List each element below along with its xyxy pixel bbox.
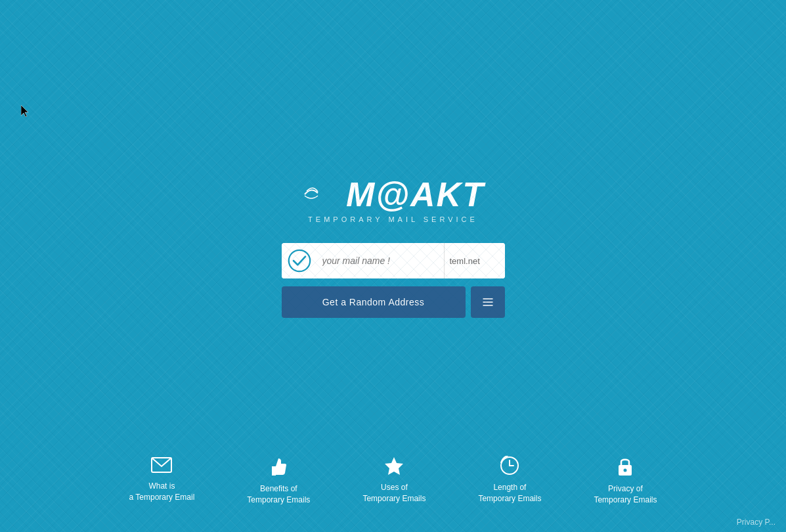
svg-marker-0 — [21, 105, 28, 117]
nav-label-privacy: Privacy of Temporary Emails — [594, 483, 657, 506]
nav-label-what-is: What is a Temporary Email — [129, 481, 195, 503]
thumbs-up-icon — [269, 456, 288, 477]
domain-select[interactable]: teml.net tmpmail.net fakeinbox.com — [450, 256, 505, 266]
email-input-row: teml.net tmpmail.net fakeinbox.com ▼ — [282, 243, 505, 278]
bottom-nav: What is a Temporary Email Benefits of Te… — [0, 456, 786, 506]
svg-point-1 — [288, 250, 309, 271]
logo-area: M@AKT TEMPORARY MAIL SERVICE — [301, 175, 485, 223]
nav-item-benefits[interactable]: Benefits of Temporary Emails — [221, 456, 336, 506]
logo-text: M@AKT — [346, 175, 485, 214]
svg-marker-3 — [385, 457, 403, 475]
svg-point-6 — [624, 469, 627, 472]
star-icon — [383, 456, 404, 476]
check-icon-wrapper — [282, 243, 317, 278]
main-content: M@AKT TEMPORARY MAIL SERVICE teml.net tm… — [282, 175, 505, 318]
nav-item-privacy[interactable]: Privacy of Temporary Emails — [567, 456, 683, 506]
check-icon — [288, 249, 311, 273]
nav-item-uses[interactable]: Uses of Temporary Emails — [336, 456, 452, 506]
lock-icon — [617, 456, 634, 477]
nav-item-length[interactable]: Length of Temporary Emails — [452, 456, 567, 506]
clock-icon — [500, 456, 519, 476]
envelope-icon — [151, 456, 172, 474]
nav-label-length: Length of Temporary Emails — [478, 482, 541, 504]
nav-item-what-is[interactable]: What is a Temporary Email — [103, 456, 221, 506]
settings-button[interactable] — [471, 286, 505, 318]
logo-subtitle: TEMPORARY MAIL SERVICE — [308, 215, 478, 223]
mail-name-input[interactable] — [317, 255, 444, 266]
footer-privacy-link[interactable]: Privacy P... — [737, 518, 775, 527]
domain-select-wrapper: teml.net tmpmail.net fakeinbox.com ▼ — [444, 243, 505, 278]
email-form: teml.net tmpmail.net fakeinbox.com ▼ Get… — [282, 243, 505, 318]
get-random-address-button[interactable]: Get a Random Address — [282, 286, 466, 318]
action-row: Get a Random Address — [282, 286, 505, 318]
nav-label-uses: Uses of Temporary Emails — [362, 482, 426, 504]
settings-icon — [481, 296, 494, 309]
logo-title: M@AKT — [301, 175, 485, 214]
nav-label-benefits: Benefits of Temporary Emails — [247, 483, 310, 506]
cursor — [21, 105, 29, 117]
